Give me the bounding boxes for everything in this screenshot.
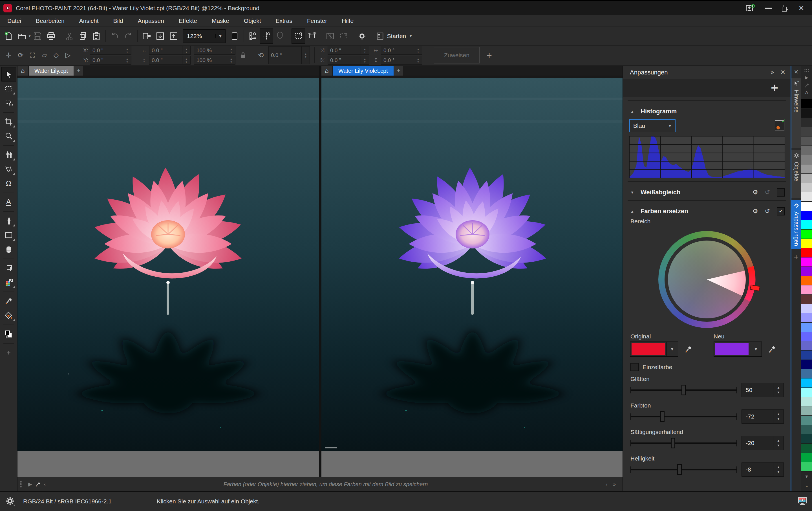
tab-water-lily[interactable]: Water Lily.cpt xyxy=(29,66,74,76)
color-mode-status[interactable]: RGB/24 Bit / sRGB IEC61966-2.1 xyxy=(23,498,112,505)
palette-swatch[interactable] xyxy=(801,211,812,220)
drag-handle-icon[interactable] xyxy=(804,68,809,72)
play-icon[interactable]: ▶ xyxy=(28,481,32,487)
palette-swatch[interactable] xyxy=(801,304,812,313)
print-icon[interactable] xyxy=(44,28,58,44)
palette-swatch[interactable] xyxy=(801,202,812,211)
tab-anpassungen[interactable]: Anpassungen xyxy=(791,200,801,249)
red-eye-removal-tool[interactable]: Ω xyxy=(1,176,16,191)
shape-edit-tool[interactable] xyxy=(1,162,16,176)
palette-swatch[interactable] xyxy=(801,164,812,174)
helligkeit-slider[interactable]: -8▲▼ xyxy=(631,462,784,477)
y-position-field[interactable]: 0.0 "▴▾ xyxy=(90,56,132,64)
menu-bearbeiten[interactable]: Bearbeiten xyxy=(28,18,72,24)
pick-tool[interactable] xyxy=(1,67,16,82)
palette-swatch[interactable] xyxy=(801,257,812,267)
palette-swatch[interactable] xyxy=(801,388,812,397)
add-docker-icon[interactable]: + xyxy=(791,251,801,263)
photo-water-lily-pink[interactable] xyxy=(18,78,319,451)
palette-swatch[interactable] xyxy=(801,220,812,230)
copy-icon[interactable] xyxy=(76,28,90,44)
single-color-checkbox[interactable] xyxy=(631,363,639,371)
histogram-options-icon[interactable] xyxy=(775,120,784,131)
fullscreen-preview-icon[interactable] xyxy=(228,28,241,44)
collapse-right-icon[interactable]: » xyxy=(771,69,774,76)
slider-handle[interactable] xyxy=(660,411,665,422)
rectangle-mask-tool[interactable] xyxy=(1,82,16,96)
helligkeit-value-field[interactable]: -8▲▼ xyxy=(742,462,784,477)
object-duplicate-tool[interactable] xyxy=(1,261,16,275)
palette-swatch[interactable] xyxy=(801,332,812,341)
starten-dropdown[interactable]: Starten ▼ xyxy=(376,32,413,40)
palette-swatch[interactable] xyxy=(801,276,812,285)
perspective-mode-icon[interactable]: ▷ xyxy=(62,49,74,62)
palette-swatch[interactable] xyxy=(801,174,812,183)
palette-swatch[interactable] xyxy=(801,378,812,388)
slider-handle[interactable] xyxy=(682,385,686,395)
palette-swatch[interactable] xyxy=(801,146,812,155)
palette-swatch[interactable] xyxy=(801,369,812,378)
mask-marquee-visible-icon[interactable] xyxy=(292,28,305,44)
palette-swatch[interactable] xyxy=(801,313,812,322)
lock-ratio-icon[interactable] xyxy=(237,49,249,62)
clone-tool[interactable] xyxy=(1,147,16,162)
palette-swatch[interactable] xyxy=(801,453,812,462)
height-field[interactable]: 0.0 "▴▾ xyxy=(149,56,191,64)
distort-mode-icon[interactable]: ◇ xyxy=(50,49,62,62)
export-up-icon[interactable] xyxy=(167,28,180,44)
width-field[interactable]: 0.0 "▴▾ xyxy=(149,46,191,55)
white-balance-checkbox[interactable] xyxy=(777,189,785,197)
foreground-background-color-control[interactable] xyxy=(1,327,16,341)
canvas-water-lily-violet[interactable] xyxy=(321,76,622,477)
replace-colors-section-header[interactable]: ▲ Farben ersetzen ⚙ ↺ ✓ xyxy=(623,204,790,218)
account-icon[interactable] xyxy=(746,4,755,12)
minimize-icon[interactable] xyxy=(765,8,772,9)
eyedropper-icon[interactable] xyxy=(684,345,692,353)
export-down-icon[interactable] xyxy=(153,28,167,44)
zuweisen-button[interactable]: Zuweisen xyxy=(434,47,480,63)
palette-swatch[interactable] xyxy=(801,118,812,127)
scale-mode-icon[interactable]: ⛶ xyxy=(27,49,38,62)
palette-swatch[interactable] xyxy=(801,239,812,248)
status-gear-icon[interactable] xyxy=(5,496,16,507)
eyedropper-icon[interactable] xyxy=(35,481,41,488)
eyedropper-icon[interactable] xyxy=(768,345,776,353)
palette-swatch[interactable] xyxy=(801,99,812,109)
palette-swatch[interactable] xyxy=(801,444,812,453)
palette-swatch[interactable] xyxy=(801,127,812,137)
home-icon[interactable]: ⌂ xyxy=(18,66,28,76)
original-color-picker[interactable]: ▼ xyxy=(630,342,678,357)
gear-icon[interactable]: ⚙ xyxy=(753,207,758,215)
saettigung-value-field[interactable]: -20▲▼ xyxy=(742,436,784,450)
caret-down-icon[interactable]: ▼ xyxy=(666,342,678,356)
menu-bild[interactable]: Bild xyxy=(106,18,130,24)
new-tab-icon[interactable]: + xyxy=(74,66,83,76)
menu-effekte[interactable]: Effekte xyxy=(171,18,204,24)
photo-water-lily-violet[interactable] xyxy=(321,78,622,451)
crop-tool[interactable] xyxy=(1,114,16,129)
gear-icon[interactable]: ⚙ xyxy=(753,189,758,196)
palette-swatch[interactable] xyxy=(801,109,812,118)
palette-swatch[interactable] xyxy=(801,462,812,472)
caret-down-icon[interactable]: ▼ xyxy=(215,34,225,38)
paste-icon[interactable] xyxy=(90,28,103,44)
palette-swatch[interactable] xyxy=(801,267,812,276)
color-wheel[interactable] xyxy=(656,229,758,330)
position-mode-icon[interactable]: ✛ xyxy=(3,49,14,62)
eraser-tool[interactable] xyxy=(1,242,16,257)
play-icon[interactable]: ▶ xyxy=(801,73,812,82)
reset-icon[interactable]: ↺ xyxy=(765,207,770,215)
add-tool-icon[interactable]: + xyxy=(1,345,16,360)
open-icon[interactable] xyxy=(15,28,29,44)
mask-transform-icon[interactable] xyxy=(305,28,319,44)
slider-handle[interactable] xyxy=(671,438,675,448)
menu-ansicht[interactable]: Ansicht xyxy=(72,18,106,24)
chevrons-right-icon[interactable]: » xyxy=(613,481,616,487)
histogram-channel-select[interactable]: Blau ▼ xyxy=(629,119,675,132)
caret-down-icon[interactable]: ▼ xyxy=(801,472,812,481)
slider-handle[interactable] xyxy=(677,464,682,475)
guidelines-icon[interactable] xyxy=(260,28,273,44)
add-adjustment-icon[interactable]: + xyxy=(771,82,778,94)
tab-water-lily-violet[interactable]: Water Lily Violet.cpt xyxy=(333,66,394,76)
scale-height-field[interactable]: 100 %▴▾ xyxy=(194,56,235,64)
